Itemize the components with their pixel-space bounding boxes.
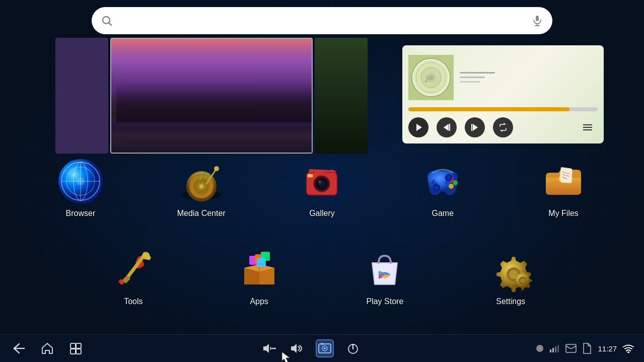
svg-point-9: [426, 73, 436, 83]
album-art: ♪: [408, 55, 454, 100]
svg-point-26: [77, 177, 85, 185]
home-button[interactable]: [38, 339, 56, 357]
svg-text:♪: ♪: [423, 72, 430, 85]
svg-marker-15: [473, 124, 478, 131]
app-label-gallery: Gallery: [309, 209, 335, 218]
taskbar: 11:27: [0, 334, 644, 362]
svg-rect-47: [308, 174, 313, 177]
screenshot-button[interactable]: [316, 339, 334, 357]
music-player-widget: ♪: [402, 45, 604, 143]
svg-rect-97: [557, 345, 559, 352]
gallery-icon: [299, 159, 344, 204]
taskbar-right: 11:27: [536, 343, 634, 354]
time-display: 11:27: [598, 344, 617, 353]
photo-main: [110, 38, 313, 154]
svg-point-6: [412, 58, 450, 97]
svg-point-58: [447, 176, 451, 180]
app-grid-row2: Tools Apps: [0, 247, 644, 306]
track-artist-bar: [460, 77, 485, 78]
settings-icon: [488, 247, 533, 292]
app-label-tools: Tools: [124, 297, 142, 306]
play-button[interactable]: [408, 117, 428, 137]
svg-rect-5: [408, 55, 454, 100]
app-grid-row1: Browser ♪ ♫ Media Cent: [0, 159, 644, 218]
app-label-play-store: Play Store: [366, 297, 403, 306]
svg-point-82: [520, 278, 525, 283]
music-progress-fill: [408, 107, 569, 111]
svg-rect-84: [70, 349, 76, 354]
svg-rect-98: [566, 344, 576, 352]
svg-point-10: [428, 75, 434, 80]
taskbar-left: [10, 339, 85, 357]
app-label-media-center: Media Center: [177, 209, 226, 218]
app-label-my-files: My Files: [548, 209, 579, 218]
signal-icon: [549, 343, 559, 353]
repeat-button[interactable]: [493, 117, 513, 137]
app-icon-tools[interactable]: Tools: [98, 247, 169, 306]
play-store-icon: [362, 247, 407, 292]
status-indicator: [536, 345, 543, 352]
rewind-button[interactable]: [437, 117, 457, 137]
svg-rect-85: [76, 343, 81, 348]
svg-marker-13: [444, 124, 449, 131]
forward-button[interactable]: [465, 117, 485, 137]
svg-point-45: [318, 180, 321, 183]
app-icon-gallery[interactable]: Gallery: [287, 159, 357, 218]
mic-icon[interactable]: [531, 15, 543, 27]
wifi-icon: [623, 344, 634, 353]
svg-point-54: [449, 184, 454, 189]
svg-point-32: [199, 184, 203, 188]
svg-rect-95: [552, 348, 554, 352]
photo-gallery-widget: [55, 38, 368, 154]
volume-down-button[interactable]: [259, 339, 277, 357]
tools-icon: [111, 247, 156, 292]
game-icon: [420, 159, 465, 204]
app-icon-play-store[interactable]: Play Store: [349, 247, 420, 306]
svg-point-90: [324, 347, 326, 349]
app-icon-settings[interactable]: Settings: [475, 247, 546, 306]
media-center-icon: ♪ ♫: [179, 159, 224, 204]
track-album-bar: [460, 81, 480, 83]
file-icon: [583, 343, 592, 354]
recent-apps-button[interactable]: [66, 339, 85, 357]
svg-rect-86: [76, 349, 81, 354]
power-button[interactable]: [344, 339, 362, 357]
music-progress-bar[interactable]: [408, 107, 598, 111]
browser-icon: [58, 159, 103, 204]
message-icon: [565, 344, 577, 353]
app-icon-my-files[interactable]: My Files: [528, 159, 599, 218]
svg-rect-83: [70, 343, 76, 348]
svg-rect-16: [471, 124, 472, 131]
svg-rect-91: [321, 343, 324, 345]
app-icon-apps[interactable]: Apps: [224, 247, 295, 306]
search-bar[interactable]: Google: [92, 7, 552, 34]
app-label-browser: Browser: [66, 209, 96, 218]
svg-rect-50: [430, 182, 438, 184]
music-info: [460, 72, 598, 83]
svg-rect-94: [550, 349, 551, 352]
svg-line-1: [109, 23, 112, 26]
album-art-image: ♪: [408, 55, 454, 100]
music-controls: [408, 117, 598, 137]
search-icon: [101, 15, 113, 27]
svg-rect-48: [314, 170, 324, 174]
photo-right: [315, 38, 368, 154]
svg-point-99: [627, 351, 629, 353]
volume-up-button[interactable]: [288, 339, 306, 357]
track-title-bar: [460, 72, 495, 74]
playlist-button[interactable]: [578, 117, 598, 137]
app-icon-media-center[interactable]: ♪ ♫ Media Center: [166, 159, 237, 218]
svg-marker-12: [416, 124, 422, 131]
svg-point-36: [214, 166, 219, 171]
search-input[interactable]: Google: [118, 14, 526, 27]
back-button[interactable]: [10, 339, 28, 357]
app-label-settings: Settings: [496, 297, 525, 306]
svg-point-56: [435, 186, 439, 190]
app-icon-game[interactable]: Game: [407, 159, 478, 218]
svg-rect-73: [257, 258, 266, 267]
app-icon-browser[interactable]: Browser: [45, 159, 116, 218]
svg-point-52: [453, 180, 458, 185]
svg-rect-14: [449, 124, 450, 131]
app-label-apps: Apps: [250, 297, 268, 306]
my-files-icon: [541, 159, 586, 204]
